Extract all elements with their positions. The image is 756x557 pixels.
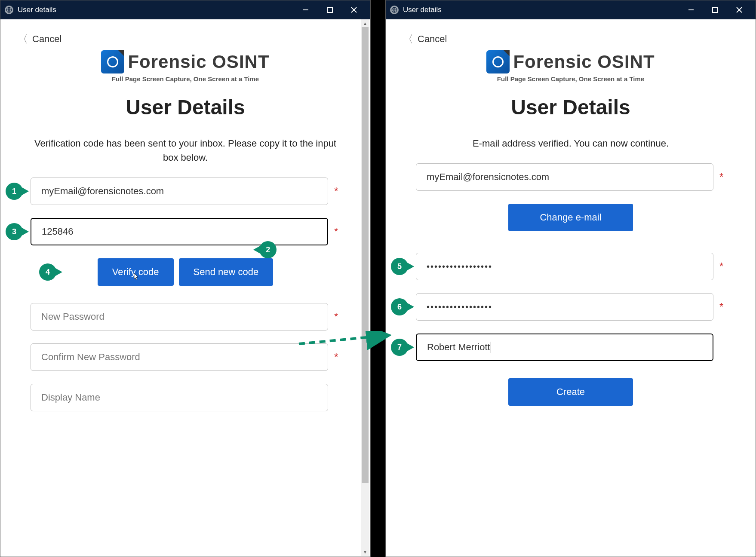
- display-name-input[interactable]: Robert Merriott: [416, 334, 713, 361]
- cancel-label: Cancel: [418, 34, 447, 45]
- send-new-code-label: Send new code: [194, 266, 259, 278]
- window-right: User details 〈 Cancel Forensic OSINT Ful…: [385, 0, 756, 557]
- window-left: User details ▲ ▼ 〈 Cancel Forensic OSINT…: [0, 0, 371, 557]
- required-mark: *: [719, 260, 725, 272]
- email-input[interactable]: [31, 178, 328, 205]
- callout-5: 5: [391, 258, 408, 275]
- content-right: 〈 Cancel Forensic OSINT Full Page Screen…: [386, 19, 756, 557]
- display-name-value: Robert Merriott: [427, 342, 490, 353]
- maximize-button[interactable]: [318, 0, 342, 19]
- close-button[interactable]: [342, 0, 366, 19]
- cancel-label: Cancel: [32, 34, 61, 45]
- send-new-code-button[interactable]: Send new code: [179, 258, 274, 286]
- minimize-button[interactable]: [294, 0, 318, 19]
- callout-6: 6: [391, 298, 408, 315]
- brand-name: Forensic OSINT: [513, 52, 655, 72]
- brand-logo: Forensic OSINT Full Page Screen Capture,…: [31, 50, 340, 83]
- text-caret-icon: [491, 342, 491, 353]
- change-email-label: Change e-mail: [540, 212, 601, 223]
- new-password-input[interactable]: [31, 303, 328, 331]
- brand-logo: Forensic OSINT Full Page Screen Capture,…: [416, 50, 725, 83]
- titlebar: User details: [386, 0, 756, 19]
- required-mark: *: [719, 171, 725, 183]
- svg-rect-8: [713, 7, 718, 12]
- content-left: 〈 Cancel Forensic OSINT Full Page Screen…: [0, 19, 370, 557]
- display-name-input[interactable]: [31, 384, 328, 411]
- callout-7: 7: [391, 339, 408, 356]
- required-mark: *: [334, 351, 340, 363]
- brand-tagline: Full Page Screen Capture, One Screen at …: [497, 75, 644, 83]
- chevron-left-icon: 〈: [18, 32, 28, 46]
- close-button[interactable]: [727, 0, 751, 19]
- code-input[interactable]: [31, 218, 328, 245]
- instruction-text: E-mail address verified. You can now con…: [416, 136, 725, 150]
- confirm-password-input[interactable]: •••••••••••••••••: [416, 293, 713, 321]
- change-email-button[interactable]: Change e-mail: [508, 204, 633, 231]
- required-mark: *: [334, 311, 340, 323]
- create-button[interactable]: Create: [508, 378, 633, 406]
- callout-2: 2: [259, 241, 277, 258]
- titlebar: User details: [0, 0, 370, 19]
- back-button[interactable]: 〈 Cancel: [18, 32, 340, 46]
- callout-4: 4: [39, 263, 56, 281]
- page-title: User Details: [416, 95, 725, 119]
- logo-mark-icon: [101, 50, 124, 73]
- globe-icon: [5, 6, 13, 14]
- brand-name: Forensic OSINT: [128, 52, 269, 72]
- window-title: User details: [18, 6, 56, 14]
- globe-icon: [390, 6, 399, 14]
- email-input[interactable]: [416, 163, 713, 191]
- minimize-button[interactable]: [679, 0, 703, 19]
- chevron-left-icon: 〈: [403, 32, 413, 46]
- back-button[interactable]: 〈 Cancel: [403, 32, 725, 46]
- cursor-icon: [133, 272, 140, 283]
- callout-1: 1: [6, 183, 23, 200]
- verify-code-button[interactable]: Verify code: [98, 258, 174, 286]
- required-mark: *: [334, 226, 340, 238]
- new-password-input[interactable]: •••••••••••••••••: [416, 253, 713, 280]
- callout-3: 3: [6, 223, 23, 240]
- logo-mark-icon: [486, 50, 510, 73]
- maximize-button[interactable]: [703, 0, 727, 19]
- instruction-text: Verification code has been sent to your …: [31, 136, 340, 165]
- required-mark: *: [334, 185, 340, 197]
- create-label: Create: [556, 386, 585, 398]
- page-title: User Details: [31, 95, 340, 119]
- window-title: User details: [403, 6, 442, 14]
- required-mark: *: [719, 301, 725, 313]
- svg-rect-2: [327, 7, 332, 12]
- brand-tagline: Full Page Screen Capture, One Screen at …: [112, 75, 259, 83]
- confirm-password-input[interactable]: [31, 343, 328, 371]
